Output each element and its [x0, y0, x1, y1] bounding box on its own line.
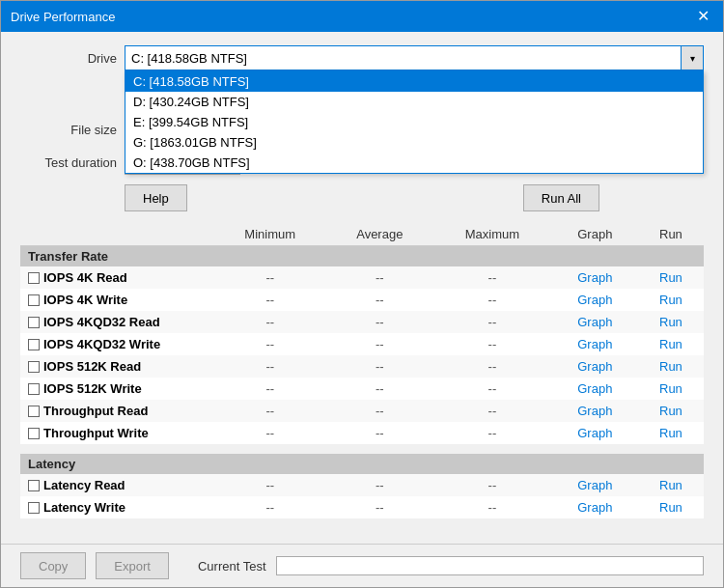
row-checkbox[interactable] [28, 339, 40, 350]
row-checkbox[interactable] [28, 317, 40, 328]
run-link[interactable]: Run [659, 337, 682, 351]
row-run[interactable]: Run [638, 400, 704, 422]
row-graph[interactable]: Graph [552, 333, 638, 355]
table-row: Throughput Read------GraphRun [20, 400, 704, 422]
row-min: -- [213, 496, 326, 518]
row-min: -- [213, 266, 326, 289]
graph-link[interactable]: Graph [577, 293, 612, 307]
graph-link[interactable]: Graph [577, 337, 612, 351]
row-run[interactable]: Run [638, 266, 704, 289]
graph-link[interactable]: Graph [577, 381, 612, 396]
row-checkbox[interactable] [28, 406, 40, 417]
run-link[interactable]: Run [659, 315, 682, 329]
row-label: IOPS 4KQD32 Write [43, 337, 160, 351]
row-run[interactable]: Run [638, 496, 704, 518]
row-label: Throughput Write [43, 426, 149, 440]
export-button[interactable]: Export [96, 552, 169, 579]
graph-link[interactable]: Graph [577, 426, 612, 440]
run-all-button[interactable]: Run All [523, 184, 599, 211]
window-title: Drive Performance [11, 10, 115, 24]
row-checkbox[interactable] [28, 502, 40, 514]
title-bar: Drive Performance ✕ [1, 1, 723, 32]
drive-option-o[interactable]: O: [438.70GB NTFS] [125, 153, 703, 173]
row-label: IOPS 4K Read [43, 270, 127, 285]
row-label: IOPS 512K Read [43, 359, 141, 374]
run-link[interactable]: Run [659, 293, 682, 307]
row-checkbox[interactable] [28, 272, 40, 284]
row-graph[interactable]: Graph [552, 355, 638, 378]
row-graph[interactable]: Graph [552, 289, 638, 311]
row-checkbox[interactable] [28, 383, 40, 395]
help-button[interactable]: Help [125, 184, 187, 211]
run-link[interactable]: Run [659, 478, 682, 492]
close-button[interactable]: ✕ [693, 9, 713, 24]
row-name-0-1: IOPS 4K Write [20, 289, 213, 311]
graph-link[interactable]: Graph [577, 404, 612, 418]
row-checkbox[interactable] [28, 480, 40, 491]
row-checkbox[interactable] [28, 361, 40, 373]
drive-option-g[interactable]: G: [1863.01GB NTFS] [125, 132, 703, 153]
row-run[interactable]: Run [638, 333, 704, 355]
run-link[interactable]: Run [659, 359, 682, 374]
row-avg: -- [326, 311, 432, 333]
row-graph[interactable]: Graph [552, 400, 638, 422]
row-checkbox[interactable] [28, 294, 40, 306]
row-avg: -- [326, 355, 432, 378]
row-max: -- [432, 266, 552, 289]
row-label: Latency Read [43, 478, 125, 492]
drive-option-d[interactable]: D: [430.24GB NTFS] [125, 92, 703, 112]
row-graph[interactable]: Graph [552, 474, 638, 496]
run-link[interactable]: Run [659, 426, 682, 440]
run-link[interactable]: Run [659, 500, 682, 515]
row-max: -- [432, 355, 552, 378]
row-name-1-0: Latency Read [20, 474, 213, 496]
run-link[interactable]: Run [659, 270, 682, 285]
run-link[interactable]: Run [659, 381, 682, 396]
drive-combobox-display[interactable]: C: [418.58GB NTFS] [125, 45, 704, 70]
row-run[interactable]: Run [638, 311, 704, 333]
row-avg: -- [326, 400, 432, 422]
row-min: -- [213, 474, 326, 496]
table-row: Throughput Write------GraphRun [20, 422, 704, 444]
bottom-bar: Copy Export Current Test [1, 544, 723, 587]
row-label: IOPS 512K Write [43, 381, 142, 396]
run-link[interactable]: Run [659, 404, 682, 418]
row-graph[interactable]: Graph [552, 496, 638, 518]
copy-button[interactable]: Copy [20, 552, 86, 579]
row-run[interactable]: Run [638, 355, 704, 378]
table-header-row: Minimum Average Maximum Graph Run [20, 223, 704, 246]
row-checkbox[interactable] [28, 428, 40, 439]
drive-dropdown: C: [418.58GB NTFS] D: [430.24GB NTFS] E:… [125, 70, 704, 174]
duration-label: Test duration [20, 155, 117, 170]
drive-option-c-selected[interactable]: C: [418.58GB NTFS] [125, 71, 703, 92]
row-run[interactable]: Run [638, 422, 704, 444]
results-table: Minimum Average Maximum Graph Run Transf… [20, 223, 704, 518]
row-graph[interactable]: Graph [552, 378, 638, 400]
row-min: -- [213, 355, 326, 378]
action-buttons-row: Help Run All [20, 184, 599, 211]
group-header-0: Transfer Rate [20, 246, 704, 267]
row-avg: -- [326, 422, 432, 444]
table-row: IOPS 4KQD32 Write------GraphRun [20, 333, 704, 355]
row-run[interactable]: Run [638, 378, 704, 400]
row-name-0-3: IOPS 4KQD32 Write [20, 333, 213, 355]
row-avg: -- [326, 474, 432, 496]
group-spacer [20, 444, 704, 454]
row-name-0-7: Throughput Write [20, 422, 213, 444]
row-graph[interactable]: Graph [552, 311, 638, 333]
row-run[interactable]: Run [638, 474, 704, 496]
table-row: IOPS 512K Read------GraphRun [20, 355, 704, 378]
row-graph[interactable]: Graph [552, 422, 638, 444]
row-run[interactable]: Run [638, 289, 704, 311]
graph-link[interactable]: Graph [577, 270, 612, 285]
graph-link[interactable]: Graph [577, 478, 612, 492]
graph-link[interactable]: Graph [577, 315, 612, 329]
row-avg: -- [326, 266, 432, 289]
current-test-label: Current Test [198, 559, 266, 574]
row-max: -- [432, 289, 552, 311]
drive-option-e[interactable]: E: [399.54GB NTFS] [125, 112, 703, 132]
graph-link[interactable]: Graph [577, 500, 612, 515]
row-graph[interactable]: Graph [552, 266, 638, 289]
row-label: IOPS 4K Write [43, 293, 127, 307]
graph-link[interactable]: Graph [577, 359, 612, 374]
